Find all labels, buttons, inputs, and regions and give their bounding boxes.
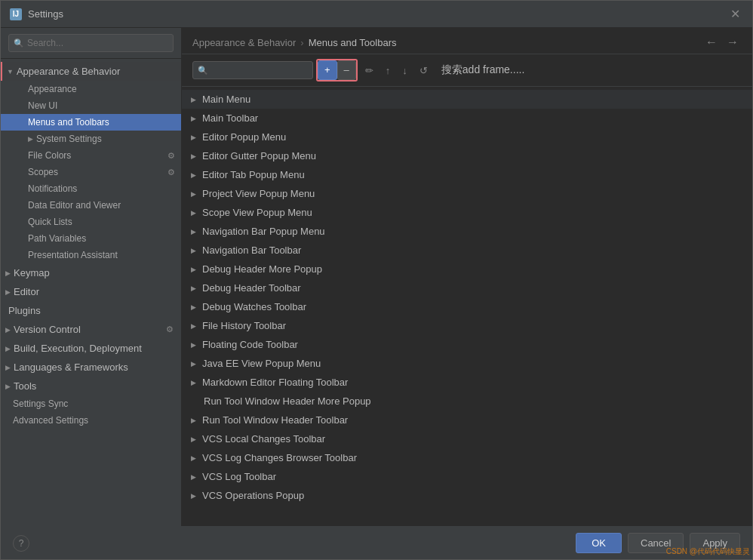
add-item-button[interactable]: + [318,60,337,80]
remove-item-button[interactable]: – [337,60,356,80]
sidebar-item-editor[interactable]: ▶ Editor [1,282,181,301]
tree-item-label: Java EE View Popup Menu [202,358,321,369]
chevron-right-icon: ▶ [191,379,196,386]
sidebar-item-keymap[interactable]: ▶ Keymap [1,263,181,282]
sidebar-label-scopes: Scopes [28,167,58,177]
sidebar-item-menus-toolbars[interactable]: Menus and Toolbars [1,114,181,131]
tree-item[interactable]: ▶Editor Tab Popup Menu [182,165,752,184]
sidebar-label-editor: Editor [14,286,39,297]
close-button[interactable]: ✕ [727,4,743,24]
sidebar-item-version-control[interactable]: ▶ Version Control ⚙ [1,320,181,339]
sidebar-item-new-ui[interactable]: New UI [1,97,181,114]
tree-item-label: Markdown Editor Floating Toolbar [202,377,348,388]
sidebar-label-settings-sync: Settings Sync [13,398,68,409]
sidebar-item-tools[interactable]: ▶ Tools [1,377,181,395]
sidebar-label-version-control: Version Control [14,324,81,335]
tree-item[interactable]: ▶Editor Gutter Popup Menu [182,146,752,165]
bottom-bar: ? OK Cancel Apply [1,526,752,559]
sidebar-label-notifications: Notifications [28,183,77,194]
settings-window: IJ Settings ✕ 🔍 ▼ Appearance & Behavior [0,0,753,560]
chevron-right-icon: ▶ [191,190,196,198]
toolbar-search-input[interactable] [192,61,313,79]
tree-item[interactable]: ▶Editor Popup Menu [182,128,752,146]
sidebar-label-path-variables: Path Variables [28,233,86,244]
tree-item[interactable]: ▶Java EE View Popup Menu [182,354,752,373]
sidebar-item-data-editor[interactable]: Data Editor and Viewer [1,197,181,214]
sidebar-item-scopes[interactable]: Scopes ⚙ [1,164,181,180]
tree-item[interactable]: ▶VCS Log Changes Browser Toolbar [182,448,752,467]
sidebar-item-languages-frameworks[interactable]: ▶ Languages & Frameworks [1,358,181,377]
tree-item[interactable]: ▶Navigation Bar Popup Menu [182,222,752,241]
chevron-down-icon: ▼ [7,68,14,75]
tree-item[interactable]: ▶Debug Watches Toolbar [182,297,752,316]
sidebar-search-wrapper: 🔍 [8,34,174,52]
tree-item[interactable]: ▶Main Menu [182,90,752,109]
tree-item[interactable]: ▶Project View Popup Menu [182,184,752,203]
sidebar-item-presentation-assistant[interactable]: Presentation Assistant [1,247,181,263]
tree-item[interactable]: ▶VCS Log Toolbar [182,467,752,486]
chevron-right-icon: ▶ [191,134,196,141]
ok-button[interactable]: OK [576,533,622,553]
tree-item-label: VCS Operations Popup [202,490,304,501]
sidebar-label-tools: Tools [14,380,36,392]
tree-item[interactable]: ▶Run Tool Window Header Toolbar [182,411,752,429]
tree-item-label: Project View Popup Menu [202,188,315,199]
sidebar-item-build-execution[interactable]: ▶ Build, Execution, Deployment [1,339,181,358]
nav-arrows: ← → [702,35,742,49]
sidebar-label-system-settings: System Settings [36,134,102,144]
tree-item-label: Main Toolbar [202,112,258,124]
sidebar-item-appearance-behavior[interactable]: ▼ Appearance & Behavior [1,62,181,81]
title-bar: IJ Settings ✕ [1,1,752,28]
help-button[interactable]: ? [13,535,29,552]
bottom-left: ? [13,535,29,552]
file-colors-icon: ⚙ [168,151,175,161]
tree-item[interactable]: Run Tool Window Header More Popup [182,392,752,411]
chevron-right-icon: ▶ [191,417,196,424]
sidebar-item-advanced-settings[interactable]: Advanced Settings [1,412,181,429]
tree-item-label: VCS Log Toolbar [202,471,276,482]
move-up-button[interactable]: ↑ [381,63,395,78]
forward-button[interactable]: → [724,35,742,49]
sidebar-item-path-variables[interactable]: Path Variables [1,230,181,247]
chevron-right-icon: ▶ [5,364,11,371]
back-button[interactable]: ← [702,35,721,49]
sidebar: 🔍 ▼ Appearance & Behavior Appearance New… [1,28,182,526]
tree-item[interactable]: ▶Debug Header Toolbar [182,278,752,297]
tree-item[interactable]: ▶Main Toolbar [182,109,752,128]
tree-item[interactable]: ▶VCS Local Changes Toolbar [182,429,752,448]
tree-item[interactable]: ▶Floating Code Toolbar [182,335,752,354]
breadcrumb: Appearance & Behavior › Menus and Toolba… [192,37,397,48]
chevron-right-icon: ▶ [191,209,196,217]
sidebar-item-system-settings[interactable]: ▶ System Settings [1,131,181,147]
restore-button[interactable]: ↺ [415,63,432,78]
sidebar-label-appearance-behavior: Appearance & Behavior [17,66,120,77]
sidebar-search-container: 🔍 [1,28,181,59]
tree-item[interactable]: ▶Debug Header More Popup [182,260,752,278]
main-content: Appearance & Behavior › Menus and Toolba… [182,28,752,526]
edit-button[interactable]: ✏ [361,63,378,78]
sidebar-item-notifications[interactable]: Notifications [1,180,181,197]
tree-item[interactable]: ▶Markdown Editor Floating Toolbar [182,373,752,392]
sidebar-label-keymap: Keymap [14,267,50,278]
chevron-right-icon: ▶ [191,247,196,254]
sidebar-item-settings-sync[interactable]: Settings Sync [1,395,181,412]
sidebar-item-quick-lists[interactable]: Quick Lists [1,214,181,230]
tree-item[interactable]: ▶Navigation Bar Toolbar [182,241,752,260]
sidebar-item-plugins[interactable]: Plugins [1,301,181,320]
tree-item[interactable]: ▶VCS Operations Popup [182,486,752,505]
tree-item[interactable]: ▶File History Toolbar [182,316,752,335]
tree-item-label: Run Tool Window Header Toolbar [202,414,348,426]
chevron-right-icon: ▶ [191,303,196,311]
sidebar-item-appearance[interactable]: Appearance [1,81,181,97]
tree-item-label: File History Toolbar [202,320,286,331]
tree-item[interactable]: ▶Scope View Popup Menu [182,203,752,222]
chevron-right-icon: ▶ [191,96,196,103]
sidebar-item-file-colors[interactable]: File Colors ⚙ [1,147,181,164]
breadcrumb-separator: › [300,37,303,48]
move-down-button[interactable]: ↓ [398,63,412,78]
chevron-right-icon: ▶ [191,152,196,160]
chevron-right-icon: ▶ [5,269,11,277]
add-remove-buttons: + – [316,59,358,82]
sidebar-label-build-execution: Build, Execution, Deployment [14,343,142,354]
sidebar-search-input[interactable] [8,34,174,52]
